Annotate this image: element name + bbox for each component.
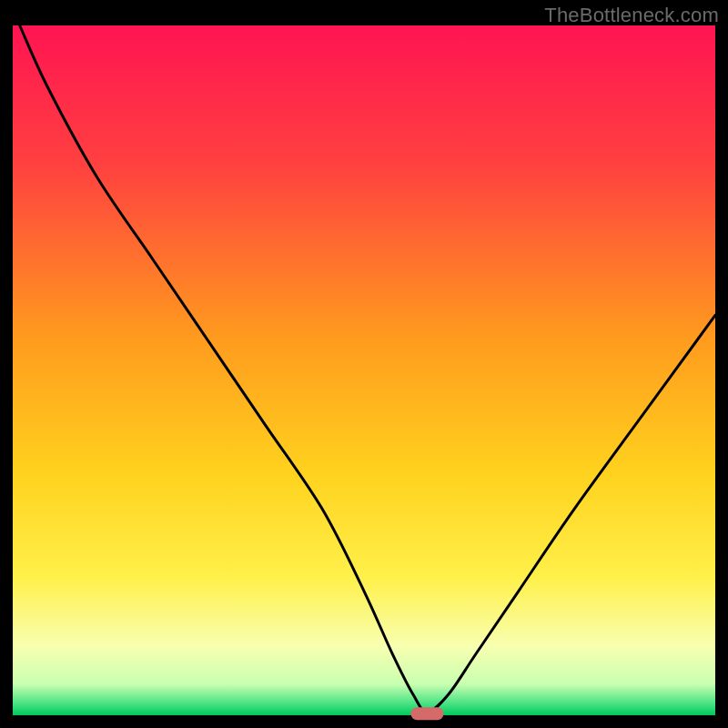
bottleneck-chart	[0, 0, 728, 728]
optimal-marker	[410, 707, 443, 720]
plot-background	[13, 25, 715, 715]
watermark-label: TheBottleneck.com	[544, 4, 719, 27]
chart-frame: TheBottleneck.com	[0, 0, 728, 728]
